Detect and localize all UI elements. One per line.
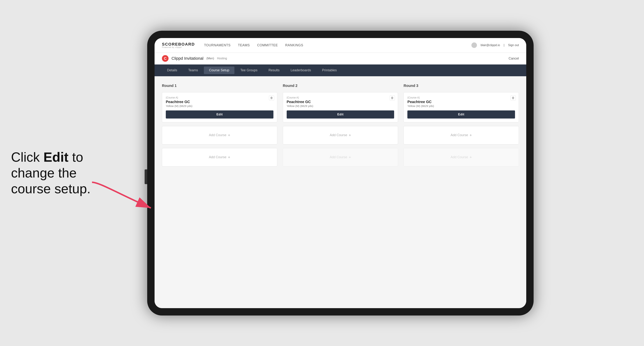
tournament-info: C Clippd Invitational (Men) Hosting	[162, 55, 227, 62]
tab-results[interactable]: Results	[263, 66, 285, 74]
add-course-card-r1-1[interactable]: Add Course +	[162, 126, 277, 145]
add-course-text-r1-1: Add Course +	[209, 133, 230, 138]
sign-out-separator: |	[504, 43, 504, 47]
add-course-text-r3-2: Add Course +	[450, 155, 472, 160]
tab-teams[interactable]: Teams	[183, 66, 203, 74]
tournament-gender: (Men)	[206, 57, 214, 60]
round-3-label: Round 3	[404, 84, 519, 88]
logo-sub: Powered by clippd	[162, 46, 195, 48]
tournament-name: Clippd Invitational	[172, 56, 204, 61]
tab-printables[interactable]: Printables	[317, 66, 342, 74]
plus-icon-r2-1: +	[349, 133, 351, 138]
add-course-text-r2-2: Add Course +	[330, 155, 351, 160]
tournament-status: Hosting	[217, 57, 227, 60]
add-course-card-r2-1[interactable]: Add Course +	[283, 126, 398, 145]
nav-link-tournaments[interactable]: TOURNAMENTS	[204, 43, 230, 47]
plus-icon-r2-2: +	[349, 155, 351, 160]
cancel-button[interactable]: Cancel	[508, 57, 519, 60]
top-nav: SCOREBOARD Powered by clippd TOURNAMENTS…	[154, 38, 526, 53]
course-details-r1: Yellow (M) (6629 yds)	[166, 104, 274, 108]
course-name-r1: Peachtree GC	[166, 100, 274, 104]
tournament-bar: C Clippd Invitational (Men) Hosting Canc…	[154, 53, 526, 64]
course-name-r3: Peachtree GC	[408, 100, 515, 104]
rounds-grid: Round 1 🗑 (Course A) Peachtree GC Yellow…	[162, 84, 519, 167]
add-course-text-r1-2: Add Course +	[209, 155, 230, 160]
round-1-label: Round 1	[162, 84, 277, 88]
tournament-logo: C	[162, 55, 168, 62]
add-course-card-r1-2[interactable]: Add Course +	[162, 148, 277, 167]
tabs-bar: Details Teams Course Setup Tee Groups Re…	[154, 64, 526, 76]
plus-icon-r1-1: +	[228, 133, 230, 138]
avatar	[472, 42, 477, 48]
edit-button-r2[interactable]: Edit	[287, 110, 394, 119]
nav-link-committee[interactable]: COMMITTEE	[257, 43, 278, 47]
course-details-r3: Yellow (M) (6629 yds)	[408, 104, 515, 108]
nav-link-teams[interactable]: TEAMS	[238, 43, 250, 47]
add-course-card-r3-1[interactable]: Add Course +	[404, 126, 519, 145]
delete-course-r3[interactable]: 🗑	[510, 95, 516, 101]
course-name-r2: Peachtree GC	[287, 100, 394, 104]
add-course-card-r3-2: Add Course +	[404, 148, 519, 167]
add-course-text-r3-1: Add Course +	[450, 133, 472, 138]
sign-out-link[interactable]: Sign out	[508, 43, 519, 47]
tablet-screen: SCOREBOARD Powered by clippd TOURNAMENTS…	[154, 38, 526, 308]
edit-button-r1[interactable]: Edit	[166, 110, 274, 119]
add-course-text-r2-1: Add Course +	[330, 133, 351, 138]
round-3-col: Round 3 🗑 (Course A) Peachtree GC Yellow…	[404, 84, 519, 167]
course-details-r2: Yellow (M) (6629 yds)	[287, 104, 394, 108]
tab-details[interactable]: Details	[162, 66, 182, 74]
user-email: blair@clippd.io	[480, 43, 500, 47]
plus-icon-r1-2: +	[228, 155, 230, 160]
delete-course-r2[interactable]: 🗑	[390, 95, 395, 101]
tablet: SCOREBOARD Powered by clippd TOURNAMENTS…	[147, 31, 534, 316]
course-label-r3: (Course A)	[408, 96, 515, 99]
nav-links: TOURNAMENTS TEAMS COMMITTEE RANKINGS	[204, 43, 303, 47]
plus-icon-r3-2: +	[470, 155, 472, 160]
course-card-r1: 🗑 (Course A) Peachtree GC Yellow (M) (66…	[162, 92, 277, 122]
round-1-col: Round 1 🗑 (Course A) Peachtree GC Yellow…	[162, 84, 277, 167]
arrow-container	[81, 178, 173, 215]
add-course-card-r2-2: Add Course +	[283, 148, 398, 167]
course-label-r1: (Course A)	[166, 96, 274, 99]
tab-course-setup[interactable]: Course Setup	[204, 66, 234, 74]
course-label-r2: (Course A)	[287, 96, 394, 99]
nav-left: SCOREBOARD Powered by clippd TOURNAMENTS…	[162, 42, 303, 48]
edit-button-r3[interactable]: Edit	[408, 110, 515, 119]
logo-title: SCOREBOARD	[162, 42, 195, 46]
main-content: Round 1 🗑 (Course A) Peachtree GC Yellow…	[154, 76, 526, 308]
nav-right: blair@clippd.io | Sign out	[472, 42, 519, 48]
round-2-col: Round 2 🗑 (Course A) Peachtree GC Yellow…	[283, 84, 398, 167]
logo-area: SCOREBOARD Powered by clippd	[162, 42, 195, 48]
delete-course-r1[interactable]: 🗑	[269, 95, 274, 101]
plus-icon-r3-1: +	[470, 133, 472, 138]
nav-link-rankings[interactable]: RANKINGS	[285, 43, 303, 47]
course-card-r3: 🗑 (Course A) Peachtree GC Yellow (M) (66…	[404, 92, 519, 122]
course-card-r2: 🗑 (Course A) Peachtree GC Yellow (M) (66…	[283, 92, 398, 122]
tab-leaderboards[interactable]: Leaderboards	[286, 66, 316, 74]
round-2-label: Round 2	[283, 84, 398, 88]
tab-tee-groups[interactable]: Tee Groups	[235, 66, 262, 74]
